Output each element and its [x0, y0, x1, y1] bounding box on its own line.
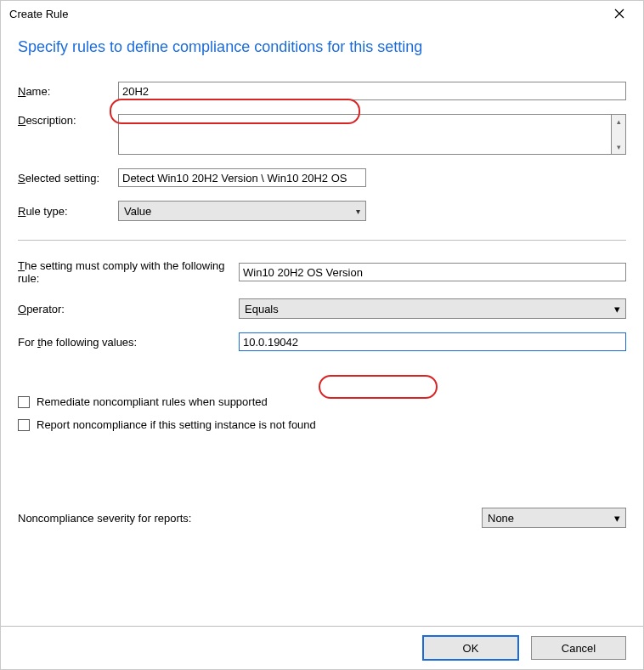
noncompliance-combo[interactable]: None ▾ — [482, 508, 626, 528]
separator — [18, 240, 626, 241]
close-button[interactable] — [601, 2, 638, 26]
values-label: For the following values: — [18, 336, 239, 349]
chevron-down-icon: ▾ — [614, 512, 620, 525]
scroll-up-icon: ▴ — [612, 115, 625, 128]
chevron-down-icon: ▾ — [356, 207, 360, 216]
create-rule-dialog: Create Rule Specify rules to define comp… — [0, 0, 644, 670]
operator-label: Operator: — [18, 303, 239, 315]
description-label: Description: — [18, 114, 118, 127]
cancel-button[interactable]: Cancel — [531, 636, 626, 660]
selected-setting-label: Selected setting: — [18, 172, 118, 185]
remediate-checkbox[interactable] — [18, 396, 30, 408]
report-notfound-label: Report noncompliance if this setting ins… — [37, 418, 316, 431]
window-title: Create Rule — [9, 8, 68, 20]
page-heading: Specify rules to define compliance condi… — [18, 38, 626, 56]
rule-type-label: Rule type: — [18, 205, 118, 218]
noncompliance-value: None — [488, 512, 514, 525]
operator-combo[interactable]: Equals ▾ — [239, 298, 626, 319]
comply-label: The setting must comply with the followi… — [18, 259, 239, 285]
name-input[interactable] — [118, 82, 626, 100]
client-area: Specify rules to define compliance condi… — [1, 26, 643, 626]
operator-value: Equals — [245, 303, 279, 315]
values-input[interactable] — [239, 332, 626, 351]
close-icon — [614, 9, 624, 19]
button-bar: OK Cancel — [1, 626, 643, 669]
name-label: Name: — [18, 85, 118, 98]
rule-type-combo[interactable]: Value ▾ — [118, 201, 366, 221]
rule-name-display: Win10 20H2 OS Version — [239, 263, 626, 281]
noncompliance-label: Noncompliance severity for reports: — [18, 512, 482, 525]
remediate-label: Remediate noncompliant rules when suppor… — [37, 395, 268, 408]
chevron-down-icon: ▾ — [614, 303, 620, 315]
titlebar: Create Rule — [1, 1, 643, 26]
selected-setting-display[interactable] — [118, 168, 366, 187]
description-input[interactable] — [118, 114, 611, 155]
rule-type-value: Value — [124, 205, 151, 218]
ok-button[interactable]: OK — [422, 635, 519, 661]
description-scrollbar[interactable]: ▴ ▾ — [611, 114, 626, 155]
report-notfound-checkbox[interactable] — [18, 419, 30, 431]
scroll-down-icon: ▾ — [612, 140, 625, 154]
